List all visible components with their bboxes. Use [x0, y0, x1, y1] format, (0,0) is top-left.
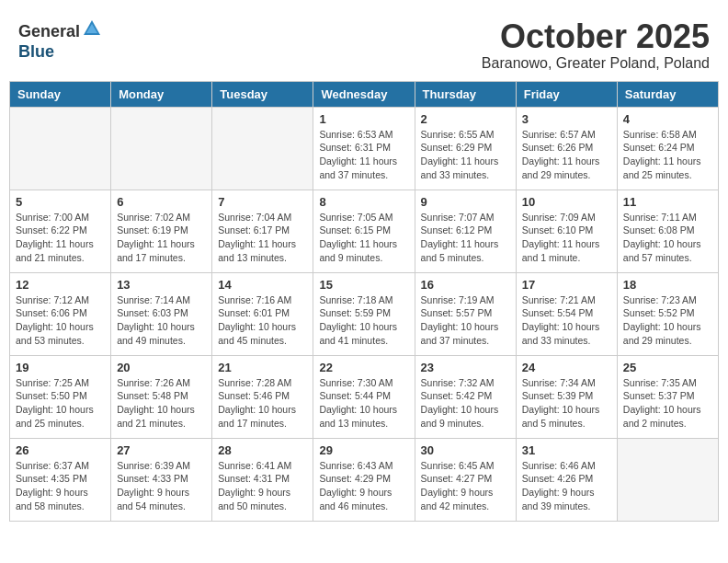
day-info: Sunrise: 7:30 AM Sunset: 5:44 PM Dayligh… [319, 376, 408, 431]
header-row: SundayMondayTuesdayWednesdayThursdayFrid… [10, 81, 719, 107]
day-cell: 5Sunrise: 7:00 AM Sunset: 6:22 PM Daylig… [10, 190, 111, 272]
day-info: Sunrise: 7:34 AM Sunset: 5:39 PM Dayligh… [522, 376, 611, 431]
day-info: Sunrise: 6:37 AM Sunset: 4:35 PM Dayligh… [16, 459, 105, 513]
day-info: Sunrise: 7:23 AM Sunset: 5:52 PM Dayligh… [623, 293, 712, 348]
day-info: Sunrise: 7:00 AM Sunset: 6:22 PM Dayligh… [16, 211, 105, 265]
day-number: 20 [117, 361, 206, 374]
day-number: 11 [623, 195, 712, 209]
day-number: 21 [218, 361, 307, 374]
day-number: 27 [117, 443, 206, 457]
week-row-2: 5Sunrise: 7:00 AM Sunset: 6:22 PM Daylig… [10, 190, 719, 272]
day-number: 16 [421, 278, 510, 292]
day-cell: 8Sunrise: 7:05 AM Sunset: 6:15 PM Daylig… [313, 190, 415, 272]
day-number: 14 [218, 278, 307, 292]
day-cell: 6Sunrise: 7:02 AM Sunset: 6:19 PM Daylig… [111, 190, 212, 272]
day-info: Sunrise: 7:02 AM Sunset: 6:19 PM Dayligh… [117, 211, 206, 265]
day-info: Sunrise: 6:53 AM Sunset: 6:31 PM Dayligh… [319, 128, 408, 182]
day-info: Sunrise: 7:16 AM Sunset: 6:01 PM Dayligh… [218, 293, 307, 348]
day-cell [10, 107, 111, 190]
day-info: Sunrise: 6:55 AM Sunset: 6:29 PM Dayligh… [421, 128, 510, 182]
day-number: 8 [319, 195, 408, 209]
header-thursday: Thursday [415, 81, 516, 107]
week-row-4: 19Sunrise: 7:25 AM Sunset: 5:50 PM Dayli… [10, 355, 719, 438]
day-cell: 25Sunrise: 7:35 AM Sunset: 5:37 PM Dayli… [617, 355, 718, 438]
day-cell: 21Sunrise: 7:28 AM Sunset: 5:46 PM Dayli… [212, 355, 313, 438]
day-number: 7 [218, 195, 307, 209]
day-number: 26 [16, 443, 105, 457]
day-info: Sunrise: 7:07 AM Sunset: 6:12 PM Dayligh… [421, 211, 510, 265]
day-info: Sunrise: 7:28 AM Sunset: 5:46 PM Dayligh… [218, 376, 307, 431]
day-info: Sunrise: 7:09 AM Sunset: 6:10 PM Dayligh… [522, 211, 611, 265]
calendar-title: October 2025 [482, 18, 710, 55]
day-number: 12 [16, 278, 105, 292]
week-row-5: 26Sunrise: 6:37 AM Sunset: 4:35 PM Dayli… [10, 438, 719, 521]
title-section: October 2025 Baranowo, Greater Poland, P… [482, 18, 710, 72]
day-number: 3 [522, 112, 611, 126]
day-cell: 27Sunrise: 6:39 AM Sunset: 4:33 PM Dayli… [111, 438, 212, 521]
logo-blue: Blue [18, 43, 102, 60]
day-info: Sunrise: 7:32 AM Sunset: 5:42 PM Dayligh… [421, 376, 510, 431]
day-info: Sunrise: 7:04 AM Sunset: 6:17 PM Dayligh… [218, 211, 307, 265]
header-tuesday: Tuesday [212, 81, 313, 107]
logo-icon [82, 18, 102, 43]
day-cell: 19Sunrise: 7:25 AM Sunset: 5:50 PM Dayli… [10, 355, 111, 438]
day-number: 4 [623, 112, 712, 126]
day-cell: 7Sunrise: 7:04 AM Sunset: 6:17 PM Daylig… [212, 190, 313, 272]
day-cell: 16Sunrise: 7:19 AM Sunset: 5:57 PM Dayli… [415, 272, 516, 355]
day-info: Sunrise: 6:57 AM Sunset: 6:26 PM Dayligh… [522, 128, 611, 182]
day-number: 15 [319, 278, 408, 292]
day-info: Sunrise: 7:12 AM Sunset: 6:06 PM Dayligh… [16, 293, 105, 348]
day-cell: 28Sunrise: 6:41 AM Sunset: 4:31 PM Dayli… [212, 438, 313, 521]
day-number: 29 [319, 443, 408, 457]
day-number: 17 [522, 278, 611, 292]
day-cell: 2Sunrise: 6:55 AM Sunset: 6:29 PM Daylig… [415, 107, 516, 190]
day-info: Sunrise: 7:18 AM Sunset: 5:59 PM Dayligh… [319, 293, 408, 348]
day-number: 23 [421, 361, 510, 374]
day-cell: 12Sunrise: 7:12 AM Sunset: 6:06 PM Dayli… [10, 272, 111, 355]
day-cell: 26Sunrise: 6:37 AM Sunset: 4:35 PM Dayli… [10, 438, 111, 521]
day-cell [617, 438, 718, 521]
day-info: Sunrise: 6:45 AM Sunset: 4:27 PM Dayligh… [421, 459, 510, 513]
day-cell: 30Sunrise: 6:45 AM Sunset: 4:27 PM Dayli… [415, 438, 516, 521]
day-cell: 23Sunrise: 7:32 AM Sunset: 5:42 PM Dayli… [415, 355, 516, 438]
calendar-subtitle: Baranowo, Greater Poland, Poland [482, 55, 710, 72]
day-number: 18 [623, 278, 712, 292]
day-number: 30 [421, 443, 510, 457]
day-info: Sunrise: 7:11 AM Sunset: 6:08 PM Dayligh… [623, 211, 712, 265]
header-friday: Friday [516, 81, 617, 107]
day-cell: 4Sunrise: 6:58 AM Sunset: 6:24 PM Daylig… [617, 107, 718, 190]
day-cell: 22Sunrise: 7:30 AM Sunset: 5:44 PM Dayli… [313, 355, 415, 438]
day-info: Sunrise: 6:41 AM Sunset: 4:31 PM Dayligh… [218, 459, 307, 513]
day-number: 9 [421, 195, 510, 209]
header-saturday: Saturday [617, 81, 718, 107]
day-number: 22 [319, 361, 408, 374]
day-cell: 15Sunrise: 7:18 AM Sunset: 5:59 PM Dayli… [313, 272, 415, 355]
week-row-3: 12Sunrise: 7:12 AM Sunset: 6:06 PM Dayli… [10, 272, 719, 355]
logo-general: General [18, 23, 80, 40]
day-info: Sunrise: 6:58 AM Sunset: 6:24 PM Dayligh… [623, 128, 712, 182]
day-cell [212, 107, 313, 190]
day-number: 31 [522, 443, 611, 457]
day-cell: 18Sunrise: 7:23 AM Sunset: 5:52 PM Dayli… [617, 272, 718, 355]
day-cell: 17Sunrise: 7:21 AM Sunset: 5:54 PM Dayli… [516, 272, 617, 355]
day-cell: 9Sunrise: 7:07 AM Sunset: 6:12 PM Daylig… [415, 190, 516, 272]
day-cell: 20Sunrise: 7:26 AM Sunset: 5:48 PM Dayli… [111, 355, 212, 438]
day-cell: 31Sunrise: 6:46 AM Sunset: 4:26 PM Dayli… [516, 438, 617, 521]
header-sunday: Sunday [10, 81, 111, 107]
day-cell: 11Sunrise: 7:11 AM Sunset: 6:08 PM Dayli… [617, 190, 718, 272]
week-row-1: 1Sunrise: 6:53 AM Sunset: 6:31 PM Daylig… [10, 107, 719, 190]
day-cell: 1Sunrise: 6:53 AM Sunset: 6:31 PM Daylig… [313, 107, 415, 190]
day-cell: 10Sunrise: 7:09 AM Sunset: 6:10 PM Dayli… [516, 190, 617, 272]
day-cell: 24Sunrise: 7:34 AM Sunset: 5:39 PM Dayli… [516, 355, 617, 438]
day-cell: 14Sunrise: 7:16 AM Sunset: 6:01 PM Dayli… [212, 272, 313, 355]
header-wednesday: Wednesday [313, 81, 415, 107]
day-cell: 13Sunrise: 7:14 AM Sunset: 6:03 PM Dayli… [111, 272, 212, 355]
day-number: 28 [218, 443, 307, 457]
day-cell [111, 107, 212, 190]
day-info: Sunrise: 7:26 AM Sunset: 5:48 PM Dayligh… [117, 376, 206, 431]
day-info: Sunrise: 7:14 AM Sunset: 6:03 PM Dayligh… [117, 293, 206, 348]
day-number: 24 [522, 361, 611, 374]
logo: General Blue [18, 18, 102, 60]
day-number: 1 [319, 112, 408, 126]
calendar-table: SundayMondayTuesdayWednesdayThursdayFrid… [9, 81, 719, 522]
